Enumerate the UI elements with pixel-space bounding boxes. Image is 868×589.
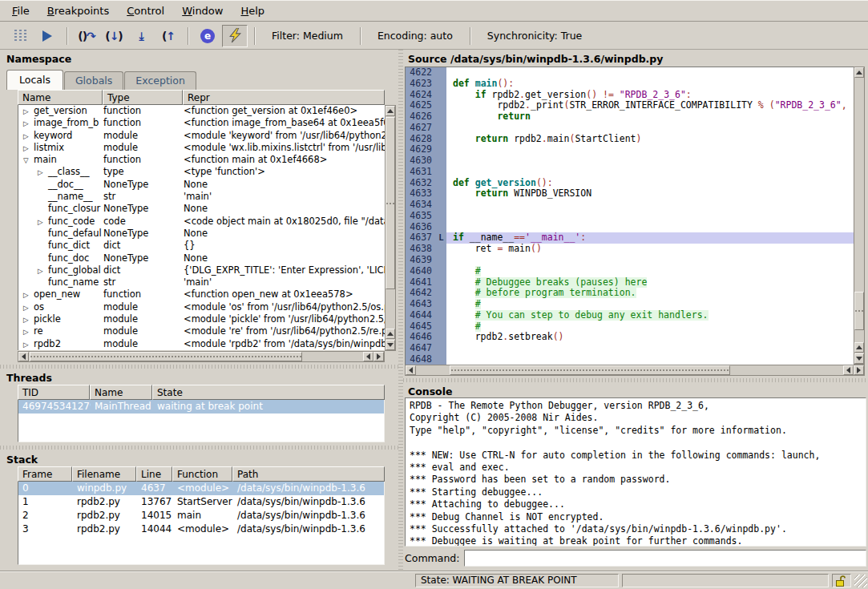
stack-frame-row[interactable]: 2rpdb2.py14015main/data/sys/bin/winpdb-1…: [18, 509, 384, 522]
source-code-view[interactable]: 46224623def main():4624 if rpdb2.get_ver…: [405, 67, 854, 365]
stack-frame-row[interactable]: 3rpdb2.py14044<module>/data/sys/bin/winp…: [18, 522, 384, 536]
column-header-type[interactable]: Type: [103, 90, 183, 105]
tree-collapsed-icon[interactable]: ▷: [38, 167, 48, 178]
namespace-row-__class__[interactable]: ▷__class__type<type 'function'>: [18, 166, 385, 178]
column-header-state[interactable]: State: [152, 385, 385, 400]
scroll-up-icon[interactable]: [854, 67, 864, 78]
scroll-up-icon[interactable]: [386, 329, 395, 339]
namespace-row-func_closur[interactable]: func_closurNoneTypeNone: [18, 203, 385, 215]
threads-list[interactable]: 46974534127920MainThreadwaiting at break…: [18, 400, 385, 442]
tree-collapsed-icon[interactable]: ▷: [38, 265, 48, 276]
menu-control[interactable]: Control: [118, 2, 173, 19]
scroll-thumb[interactable]: [450, 365, 730, 375]
namespace-row-__name__[interactable]: __name__str'main': [18, 191, 385, 203]
tree-collapsed-icon[interactable]: ▷: [23, 143, 34, 154]
scroll-left-icon[interactable]: [363, 352, 373, 361]
line-number[interactable]: 4623: [406, 79, 436, 90]
scroll-thumb[interactable]: [854, 292, 864, 330]
tab-exception[interactable]: Exception: [124, 71, 196, 90]
namespace-row-get_version[interactable]: ▷get_versionfunction<function get_versio…: [18, 105, 385, 117]
break-button[interactable]: [7, 25, 33, 47]
menu-file[interactable]: File: [3, 2, 38, 19]
line-number[interactable]: 4628: [406, 134, 436, 145]
column-header-path[interactable]: Path: [232, 466, 385, 482]
line-number[interactable]: 4648: [406, 354, 436, 365]
namespace-row-rpdb2[interactable]: ▷rpdb2module<module 'rpdb2' from '/data/…: [18, 338, 385, 350]
line-number[interactable]: 4645: [406, 321, 436, 333]
column-header-function[interactable]: Function: [172, 466, 232, 482]
tree-expanded-icon[interactable]: ▽: [23, 155, 34, 166]
column-header-repr[interactable]: Repr: [183, 90, 385, 105]
source-hscrollbar[interactable]: [405, 365, 865, 376]
line-number[interactable]: 4629: [406, 144, 436, 155]
tree-collapsed-icon[interactable]: ▷: [23, 302, 34, 313]
tree-collapsed-icon[interactable]: ▷: [23, 314, 34, 325]
namespace-row-func_name[interactable]: func_namestr'main': [18, 276, 385, 288]
namespace-row-func_doc[interactable]: func_docNoneTypeNone: [18, 252, 385, 264]
line-number[interactable]: 4646: [406, 332, 436, 343]
column-header-filename[interactable]: Filename: [72, 466, 136, 482]
column-header-line[interactable]: Line: [136, 466, 172, 482]
namespace-row-func_defaul[interactable]: func_defaulNoneTypeNone: [18, 228, 385, 240]
tree-collapsed-icon[interactable]: ▷: [23, 118, 34, 129]
line-number[interactable]: 4639: [406, 255, 436, 266]
stack-list[interactable]: 0winpdb.py4637<module>/data/sys/bin/winp…: [18, 482, 385, 565]
line-number[interactable]: 4627: [406, 123, 436, 134]
line-number[interactable]: 4641: [406, 277, 436, 288]
line-number[interactable]: 4625: [406, 100, 436, 111]
scroll-thumb[interactable]: [30, 352, 302, 361]
namespace-vscrollbar[interactable]: [385, 105, 396, 351]
return-button[interactable]: (↑: [155, 25, 181, 47]
namespace-row-__doc__[interactable]: __doc__NoneTypeNone: [18, 179, 385, 191]
goto-button[interactable]: ⤓: [128, 25, 154, 47]
resize-grip-icon[interactable]: [854, 575, 867, 587]
namespace-row-re[interactable]: ▷remodule<module 're' from '/usr/lib64/p…: [18, 325, 385, 337]
encoding-button[interactable]: e: [195, 25, 220, 47]
line-number[interactable]: 4642: [406, 288, 436, 299]
line-number[interactable]: 4626: [406, 111, 436, 123]
scroll-down-icon[interactable]: [854, 353, 864, 364]
tree-collapsed-icon[interactable]: ▷: [23, 106, 34, 117]
command-input[interactable]: [464, 550, 866, 567]
scroll-right-icon[interactable]: [373, 352, 384, 361]
vertical-splitter[interactable]: [398, 50, 403, 571]
line-number[interactable]: 4635: [406, 211, 436, 222]
scroll-left-icon[interactable]: [843, 365, 854, 375]
namespace-tree[interactable]: ▷get_versionfunction<function get_versio…: [18, 105, 385, 350]
line-number[interactable]: 4640: [406, 266, 436, 277]
column-header-name[interactable]: Name: [18, 90, 103, 105]
scroll-up-icon[interactable]: [854, 342, 864, 353]
namespace-row-func_global[interactable]: ▷func_globaldict{'DLG_EXPR_TITLE': 'Ente…: [18, 264, 385, 276]
scroll-thumb[interactable]: [386, 117, 395, 289]
line-number[interactable]: 4644: [406, 310, 436, 321]
stack-frame-row[interactable]: 1rpdb2.py13767StartServer/data/sys/bin/w…: [18, 495, 384, 509]
namespace-row-keyword[interactable]: ▷keywordmodule<module 'keyword' from '/u…: [18, 130, 385, 142]
tree-collapsed-icon[interactable]: ▷: [38, 216, 48, 228]
tree-collapsed-icon[interactable]: ▷: [23, 131, 34, 142]
line-number[interactable]: 4638: [406, 244, 436, 255]
namespace-row-open_new[interactable]: ▷open_newfunction<function open_new at 0…: [18, 288, 385, 301]
column-header-name[interactable]: Name: [90, 385, 152, 400]
line-number[interactable]: 4647: [406, 343, 436, 354]
menu-breakpoints[interactable]: Breakpoints: [38, 2, 118, 19]
namespace-row-pickle[interactable]: ▷picklemodule<module 'pickle' from '/usr…: [18, 313, 385, 325]
namespace-row-image_from_b[interactable]: ▷image_from_bfunction<function image_fro…: [18, 117, 385, 129]
scroll-right-icon[interactable]: [854, 365, 864, 375]
scroll-left-icon[interactable]: [18, 352, 29, 361]
stack-frame-row[interactable]: 0winpdb.py4637<module>/data/sys/bin/winp…: [18, 482, 384, 495]
tree-collapsed-icon[interactable]: ▷: [23, 326, 34, 337]
namespace-row-func_dict[interactable]: func_dictdict{}: [18, 240, 385, 252]
line-number[interactable]: 4633: [406, 188, 436, 200]
menu-help[interactable]: Help: [232, 2, 273, 19]
column-header-tid[interactable]: TID: [18, 385, 90, 400]
line-number[interactable]: 4636: [406, 222, 436, 233]
line-number[interactable]: 4632: [406, 178, 436, 189]
line-number[interactable]: 4637: [406, 232, 436, 244]
column-header-frame[interactable]: Frame: [18, 466, 72, 482]
namespace-row-main[interactable]: ▽mainfunction<function main at 0x1ef4668…: [18, 154, 385, 166]
menu-window[interactable]: Window: [173, 2, 232, 19]
line-number[interactable]: 4622: [406, 67, 436, 79]
next-button[interactable]: ()↷: [74, 25, 99, 47]
go-button[interactable]: [34, 25, 60, 47]
tab-globals[interactable]: Globals: [64, 71, 123, 90]
